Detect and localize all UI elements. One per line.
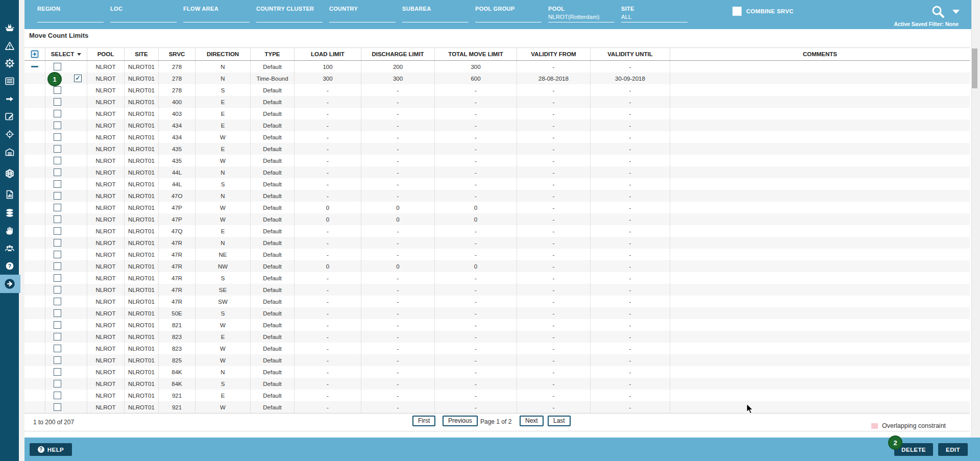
chevron-down-icon[interactable] [952,10,960,14]
table-row[interactable]: NLROTNLROT0184KNDefault----- [24,366,970,378]
next-page-button[interactable]: Next [520,416,544,426]
table-row[interactable]: NLROTNLROT01435EDefault----- [24,143,970,155]
database-icon[interactable] [0,205,19,221]
row-checkbox[interactable] [54,286,61,294]
table-row[interactable]: NLROTNLROT01435WDefault----- [24,155,970,166]
row-checkbox[interactable] [54,392,61,399]
table-row[interactable]: NLROTNLROT01434WDefault----- [24,131,970,143]
row-checkbox[interactable] [54,86,61,94]
row-checkbox[interactable] [54,133,61,141]
table-row[interactable]: NLROTNLROT0144LNDefault----- [24,166,970,178]
filter-input[interactable] [621,22,688,22]
table-row[interactable]: NLROTNLROT01278SDefault----- [24,84,970,96]
row-checkbox[interactable] [54,215,61,223]
hand-icon[interactable] [0,223,19,238]
column-header-pool[interactable]: POOL [87,48,124,60]
row-checkbox[interactable] [54,333,61,341]
row-checkbox[interactable] [54,368,61,376]
filter-field-region[interactable]: REGION [37,0,104,29]
table-row[interactable]: NLROTNLROT01278NDefault100200300-- [24,61,970,72]
previous-page-button[interactable]: Previous [443,416,478,426]
table-row[interactable]: NLROTNLROT0147PWDefault000-- [24,213,970,225]
scrollbar-thumb[interactable] [972,48,977,88]
go-arrow-icon[interactable] [0,276,19,292]
column-header-discharge-limit[interactable]: DISCHARGE LIMIT [361,48,434,60]
row-checkbox[interactable] [54,239,61,247]
column-header-type[interactable]: TYPE [250,48,294,60]
help-button[interactable]: ? HELP [30,443,72,456]
filter-field-pool[interactable]: POOLNLROT(Rotterdam) [548,0,615,29]
row-checkbox[interactable] [54,204,61,211]
row-checkbox[interactable] [54,380,61,387]
table-row[interactable]: NLROTNLROT0147RNEDefault----- [24,249,970,260]
filter-input[interactable] [402,22,469,22]
filter-input[interactable] [475,22,542,22]
table-row[interactable]: NLROTNLROT01403EDefault----- [24,108,970,119]
table-row[interactable]: NLROTNLROT0147ONDefault----- [24,190,970,202]
help-icon[interactable]: ? [0,258,19,274]
filter-field-subarea[interactable]: SUBAREA [402,0,469,29]
table-row[interactable]: NLROTNLROT01821WDefault----- [24,319,970,331]
row-checkbox[interactable] [54,145,61,153]
filter-field-country-cluster[interactable]: COUNTRY CLUSTER [256,0,323,29]
row-checkbox[interactable] [54,227,61,235]
column-header-direction[interactable]: DIRECTION [195,48,250,60]
select-dropdown[interactable]: SELECT [45,48,87,60]
filter-input[interactable] [110,22,177,22]
table-row[interactable]: NLROTNLROT0144LSDefault----- [24,178,970,190]
filter-input[interactable] [329,22,396,22]
vertical-scrollbar[interactable] [971,0,980,438]
vessel-icon[interactable] [0,20,19,36]
column-header-site[interactable]: SITE [124,48,158,60]
table-row[interactable]: NLROTNLROT0150ESDefault----- [24,307,970,319]
row-checkbox[interactable] [54,298,61,305]
row-checkbox[interactable] [54,122,61,129]
list-icon[interactable] [0,74,19,89]
report-icon[interactable] [0,187,19,202]
row-checkbox[interactable] [54,180,61,188]
arrow-right-icon[interactable] [0,91,19,107]
filter-input[interactable] [256,22,323,22]
table-row[interactable]: NLROTNLROT0147QEDefault----- [24,225,970,237]
row-checkbox[interactable] [54,345,61,352]
table-row[interactable]: NLROTNLROT01823WDefault----- [24,343,970,354]
edit-icon[interactable] [0,109,19,124]
row-checkbox[interactable] [54,403,61,411]
filter-field-pool-group[interactable]: POOL GROUP [475,0,542,29]
filter-field-loc[interactable]: LOC [110,0,177,29]
search-icon[interactable] [930,4,946,21]
table-row[interactable]: NLROTNLROT01823EDefault----- [24,331,970,343]
column-header-comments[interactable]: COMMENTS [670,48,970,60]
warehouse-icon[interactable] [0,144,19,160]
column-header-load-limit[interactable]: LOAD LIMIT [294,48,361,60]
table-row[interactable]: NLROTNLROT0147RSWDefault----- [24,296,970,307]
row-checkbox[interactable] [54,356,61,364]
users-icon[interactable] [0,240,19,256]
filter-input[interactable] [37,22,104,22]
filter-field-flow-area[interactable]: FLOW AREA [183,0,250,29]
row-checkbox[interactable] [54,63,61,70]
table-row[interactable]: NLROTNLROT0184KSDefault----- [24,378,970,390]
gear-icon[interactable] [0,56,19,71]
first-page-button[interactable]: First [412,416,435,426]
row-checkbox[interactable] [54,321,61,329]
row-checkbox[interactable] [54,274,61,282]
table-row[interactable]: NLROTNLROT0147RNWDefault000-- [24,260,970,272]
column-header-validity-from[interactable]: VALIDITY FROM [517,48,590,60]
filter-field-country[interactable]: COUNTRY [329,0,396,29]
row-checkbox[interactable] [54,251,61,258]
collapse-group-icon[interactable] [31,66,38,67]
table-row[interactable]: NLROTNLROT01921WDefault----- [24,401,970,413]
table-row[interactable]: NLROTNLROT0147RSDefault----- [24,272,970,284]
table-row[interactable]: NLROTNLROT01921EDefault----- [24,390,970,401]
table-row[interactable]: NLROTNLROT01825WDefault----- [24,354,970,366]
row-checkbox[interactable] [54,309,61,317]
row-checkbox-checked[interactable]: ✓ [74,75,82,82]
edit-button[interactable]: EDIT [938,443,968,456]
combine-srvc-checkbox[interactable] [732,7,742,16]
row-checkbox[interactable] [54,168,61,176]
last-page-button[interactable]: Last [548,416,571,426]
table-row[interactable]: ✓NLROTNLROT01278NTime-Bound30030060028-0… [24,72,970,84]
filter-input[interactable] [183,22,250,22]
row-checkbox[interactable] [54,262,61,270]
